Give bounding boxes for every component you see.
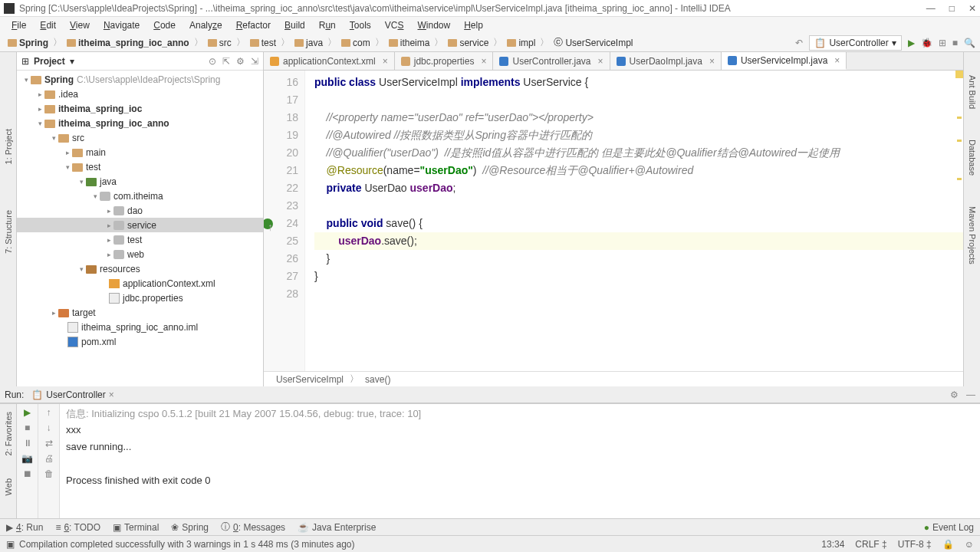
close-icon[interactable]: × — [834, 55, 840, 66]
maximize-button[interactable]: □ — [949, 3, 955, 14]
tool-ant[interactable]: Ant Build — [968, 75, 977, 109]
crumb-impl[interactable]: impl — [504, 36, 538, 50]
stop-button[interactable]: ■ — [952, 38, 958, 48]
folder-icon — [341, 39, 350, 47]
tab-jdbc[interactable]: jdbc.properties× — [395, 52, 494, 70]
scroll-to-source-icon[interactable]: ⊙ — [209, 56, 216, 67]
project-tree[interactable]: ▾SpringC:\Users\apple\IdeaProjects\Sprin… — [17, 71, 263, 386]
crumb-method[interactable]: save() — [365, 374, 390, 385]
close-icon[interactable]: × — [383, 56, 388, 67]
app-icon — [4, 3, 15, 14]
close-button[interactable]: ✕ — [968, 3, 976, 14]
code-content[interactable]: public class UserServiceImpl implements … — [305, 71, 963, 371]
tool-database[interactable]: Database — [968, 140, 977, 176]
menu-build[interactable]: Build — [279, 18, 311, 32]
up-button[interactable]: ↑ — [47, 407, 51, 418]
hide-icon[interactable]: ⇲ — [251, 56, 258, 67]
close-icon[interactable]: × — [709, 56, 715, 67]
menu-run[interactable]: Run — [314, 18, 341, 32]
crumb-java[interactable]: java — [291, 36, 326, 50]
tool-favorites[interactable]: 2: Favorites — [4, 412, 13, 455]
code-editor[interactable]: 16 17 18 19 20 21 22 23 ↑24 25 26 27 28 … — [264, 71, 963, 371]
run-tab[interactable]: 📋 UserController × — [28, 389, 117, 400]
tool-structure[interactable]: 7: Structure — [4, 210, 13, 254]
tab-messages[interactable]: ⓘ0: Messages — [221, 521, 285, 534]
coverage-button[interactable]: ⊞ — [939, 38, 946, 48]
pause-button[interactable]: ⏸ — [23, 438, 32, 449]
project-view-icon[interactable]: ⊞ — [21, 56, 29, 67]
minimize-button[interactable]: — — [926, 3, 936, 14]
run-config-selector[interactable]: 📋 UserController ▾ — [809, 35, 901, 51]
panel-title[interactable]: Project — [34, 56, 65, 67]
hector-icon[interactable]: ☺ — [965, 539, 974, 550]
stop-button[interactable]: ■ — [25, 422, 30, 433]
debug-button[interactable]: 🐞 — [921, 38, 932, 48]
console-output[interactable]: 信息: Initializing cspo 0.5.1.2 [built 21 … — [60, 404, 980, 518]
tool-web[interactable]: Web — [4, 478, 13, 495]
crumb-root[interactable]: Spring — [5, 36, 51, 50]
tab-spring[interactable]: ❀Spring — [171, 522, 209, 533]
tool-maven[interactable]: Maven Projects — [968, 206, 977, 264]
folder-icon — [72, 163, 83, 172]
down-button[interactable]: ↓ — [47, 422, 51, 433]
menu-navigate[interactable]: Navigate — [98, 18, 145, 32]
minimize-panel-icon[interactable]: — — [966, 389, 975, 400]
dump-button[interactable]: 📷 — [21, 453, 33, 464]
crumb-service[interactable]: service — [445, 36, 492, 50]
clear-button[interactable]: 🗑 — [44, 468, 54, 479]
tab-usercontroller[interactable]: UserController.java× — [493, 52, 610, 70]
override-gutter-icon[interactable]: ↑ — [264, 219, 273, 229]
tab-terminal[interactable]: ▣Terminal — [113, 522, 159, 533]
menu-help[interactable]: Help — [459, 18, 488, 32]
wrap-button[interactable]: ⇄ — [45, 438, 53, 449]
menu-file[interactable]: FFileile — [6, 18, 31, 32]
rerun-button[interactable]: ▶ — [24, 407, 31, 418]
menu-code[interactable]: Code — [148, 18, 181, 32]
tab-todo[interactable]: ≡6: TODO — [55, 522, 100, 533]
line-separator[interactable]: CRLF ‡ — [855, 539, 886, 550]
search-icon[interactable]: 🔍 — [964, 38, 975, 48]
tool-project[interactable]: 1: Project — [4, 129, 13, 164]
menu-edit[interactable]: Edit — [35, 18, 61, 32]
crumb-module[interactable]: itheima_spring_ioc_anno — [64, 36, 192, 50]
title-bar: Spring [C:\Users\apple\IdeaProjects\Spri… — [0, 0, 980, 17]
exit-button[interactable]: ⏹ — [23, 468, 32, 479]
crumb-class[interactable]: UserServiceImpl — [276, 374, 344, 385]
crumb-test[interactable]: test — [247, 36, 279, 50]
gear-icon[interactable]: ⚙ — [950, 389, 959, 400]
tab-userserviceimpl[interactable]: UserServiceImpl.java× — [722, 52, 847, 70]
caret-position[interactable]: 13:34 — [821, 539, 844, 550]
package-icon — [113, 235, 124, 245]
menu-view[interactable]: View — [64, 18, 95, 32]
collapse-icon[interactable]: ⇱ — [222, 56, 230, 67]
crumb-src[interactable]: src — [205, 36, 235, 50]
run-button[interactable]: ▶ — [908, 38, 915, 48]
menu-tools[interactable]: Tools — [344, 18, 377, 32]
encoding[interactable]: UTF-8 ‡ — [898, 539, 932, 550]
properties-icon — [109, 293, 120, 304]
tree-row-selected[interactable]: ▸service — [17, 218, 263, 232]
crumb-file[interactable]: ⓒUserServiceImpl — [551, 34, 636, 51]
status-icon[interactable]: ▣ — [6, 539, 15, 550]
console-line: Process finished with exit code 0 — [66, 475, 974, 491]
menu-vcs[interactable]: VCS — [380, 18, 409, 32]
close-icon[interactable]: × — [481, 56, 486, 67]
tab-run[interactable]: ▶4: Run — [6, 522, 43, 533]
chevron-down-icon[interactable]: ▾ — [70, 56, 74, 67]
print-button[interactable]: 🖨 — [44, 453, 54, 464]
lock-icon[interactable]: 🔒 — [942, 539, 954, 550]
tab-java-enterprise[interactable]: ☕Java Enterprise — [298, 522, 376, 533]
tab-appctx[interactable]: applicationContext.xml× — [264, 52, 395, 70]
tab-userdaoimpl[interactable]: UserDaoImpl.java× — [610, 52, 722, 70]
folder-icon — [448, 39, 457, 47]
crumb-itheima[interactable]: itheima — [386, 36, 433, 50]
gear-icon[interactable]: ⚙ — [236, 56, 245, 67]
nav-back-icon[interactable]: ↶ — [795, 38, 803, 48]
crumb-com[interactable]: com — [338, 36, 373, 50]
menu-analyze[interactable]: Analyze — [184, 18, 228, 32]
tab-event-log[interactable]: ●Event Log — [924, 522, 974, 533]
close-icon[interactable]: × — [109, 389, 114, 400]
close-icon[interactable]: × — [598, 56, 603, 67]
menu-refactor[interactable]: Refactor — [231, 18, 276, 32]
menu-window[interactable]: Window — [412, 18, 455, 32]
